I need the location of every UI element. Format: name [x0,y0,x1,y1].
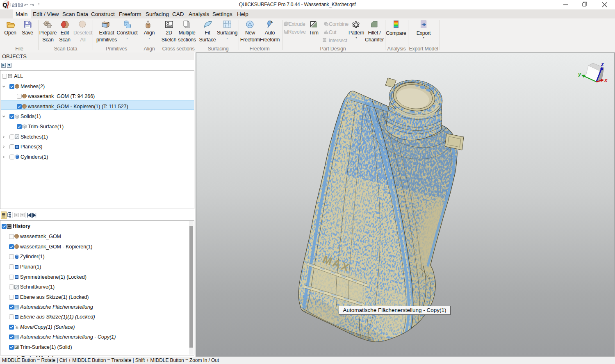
svg-text:Q: Q [3,2,7,8]
svg-text:x: x [604,77,608,83]
svg-text:y: y [578,71,581,77]
svg-text:A: A [271,20,273,23]
svg-text:z: z [601,61,604,67]
